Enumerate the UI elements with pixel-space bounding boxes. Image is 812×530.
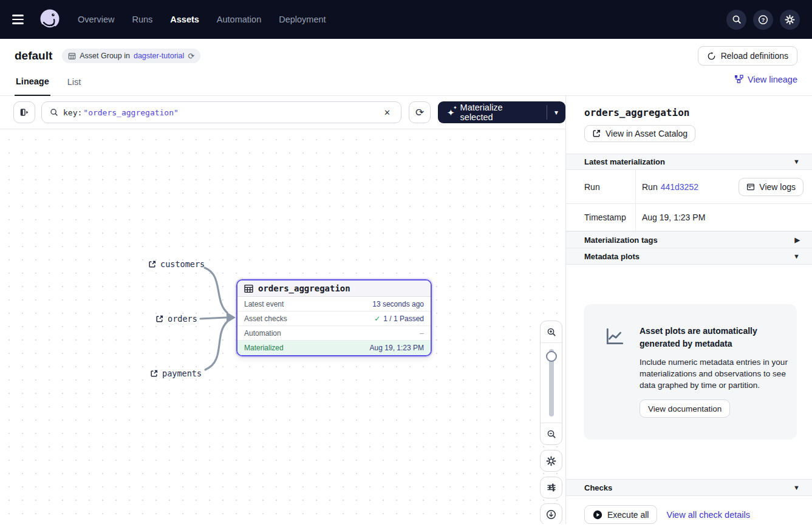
view-logs-icon (746, 183, 755, 191)
help-icon[interactable]: ? (753, 10, 773, 30)
plots-card-title: Asset plots are automatically generated … (640, 325, 780, 350)
gear-icon[interactable] (780, 10, 800, 30)
reload-definitions-icon (707, 52, 716, 61)
dagster-logo[interactable] (38, 7, 62, 32)
zoom-slider-handle[interactable] (546, 351, 557, 362)
asset-node-header: orders_aggregation (237, 280, 431, 297)
asset-plots-card: Asset plots are automatically generated … (584, 304, 797, 440)
external-link-icon (155, 315, 163, 323)
svg-text:?: ? (762, 16, 765, 22)
node-row-automation: Automation – (237, 326, 431, 341)
view-lineage-icon (734, 75, 743, 84)
caret-down-icon: ▼ (793, 158, 800, 165)
section-checks[interactable]: Checks ▼ (566, 479, 812, 496)
node-row-asset-checks: Asset checks ✓1 / 1 Passed (237, 311, 431, 326)
filters-icon (547, 483, 556, 492)
nav-item-runs[interactable]: Runs (132, 15, 152, 24)
refresh-graph-button[interactable]: ⟳ (409, 101, 431, 123)
top-nav: Overview Runs Assets Automation Deployme… (0, 0, 812, 39)
tab-lineage[interactable]: Lineage (15, 76, 50, 96)
run-row: Run Run 441d3252 View logs (566, 170, 812, 204)
panel-toggle-icon (19, 107, 29, 117)
materialize-split-button: ✦✦ Materialize selected ▼ (438, 101, 565, 123)
sparkle-icon: ✦✦ (447, 108, 455, 117)
zoom-in-button[interactable] (541, 321, 562, 343)
play-circle-icon (593, 510, 602, 520)
gear-icon (546, 456, 556, 466)
page-title: default (15, 46, 52, 66)
caret-right-icon: ▶ (795, 236, 800, 244)
plots-card-body: Include numeric metadata entries in your… (640, 356, 791, 391)
view-documentation-button[interactable]: View documentation (640, 399, 730, 418)
recenter-button[interactable] (540, 503, 562, 524)
asset-group-icon (68, 52, 76, 60)
timestamp-label: Timestamp (566, 204, 636, 231)
materialize-dropdown-button[interactable]: ▼ (547, 101, 565, 123)
page-header: default Asset Group in dagster-tutorial … (0, 39, 812, 66)
node-row-materialized: Materialized Aug 19, 1:23 PM (237, 341, 431, 355)
external-link-icon (148, 260, 156, 268)
recenter-icon (546, 509, 556, 520)
zoom-out-button[interactable] (541, 423, 562, 444)
materialization-table: Run Run 441d3252 View logs Timestamp Aug… (566, 170, 812, 231)
nav-item-assets[interactable]: Assets (170, 15, 199, 24)
badge-repo-link[interactable]: dagster-tutorial (134, 52, 184, 60)
run-id-link[interactable]: 441d3252 (661, 182, 698, 192)
lineage-graph-area: key: "orders_aggregation" ✕ ⟳ ✦✦ Materia… (0, 96, 565, 524)
asset-search-input[interactable]: key: "orders_aggregation" ✕ (41, 101, 401, 123)
asset-group-badge: Asset Group in dagster-tutorial ⟳ (62, 49, 200, 63)
view-in-asset-catalog-button[interactable]: View in Asset Catalog (584, 125, 695, 142)
asset-node-title: orders_aggregation (258, 284, 350, 293)
checks-actions: Execute all View all check details (566, 505, 812, 524)
upstream-asset-customers[interactable]: customers (148, 259, 205, 269)
chart-icon (604, 327, 625, 347)
search-icon (50, 108, 58, 117)
asset-node-orders-aggregation[interactable]: orders_aggregation Latest event 13 secon… (236, 279, 432, 356)
node-row-latest-event: Latest event 13 seconds ago (237, 297, 431, 311)
tab-list[interactable]: List (66, 77, 83, 95)
external-link-icon (592, 129, 601, 138)
table-icon (244, 284, 253, 293)
zoom-in-icon (547, 327, 556, 337)
run-label: Run (566, 170, 636, 203)
view-logs-button[interactable]: View logs (739, 178, 803, 196)
check-icon: ✓ (374, 314, 380, 323)
graph-settings-button[interactable] (540, 450, 562, 472)
external-link-icon (150, 370, 158, 378)
timestamp-value: Aug 19, 1:23 PM (636, 212, 812, 222)
materialize-selected-button[interactable]: ✦✦ Materialize selected (438, 101, 547, 123)
graph-toolbar: key: "orders_aggregation" ✕ ⟳ ✦✦ Materia… (0, 96, 565, 129)
panel-asset-title: orders_aggregation (566, 96, 812, 118)
zoom-controls (540, 321, 562, 524)
nav-items: Overview Runs Assets Automation Deployme… (78, 15, 326, 24)
section-metadata-plots[interactable]: Metadata plots ▼ (566, 248, 812, 265)
caret-down-icon: ▼ (793, 484, 800, 491)
section-latest-materialization[interactable]: Latest materialization ▼ (566, 154, 812, 171)
graph-filters-button[interactable] (540, 477, 562, 498)
nav-actions: ? (726, 10, 800, 30)
zoom-slider[interactable] (541, 343, 562, 423)
section-materialization-tags[interactable]: Materialization tags ▶ (566, 231, 812, 248)
nav-item-overview[interactable]: Overview (78, 15, 114, 24)
upstream-asset-payments[interactable]: payments (150, 369, 202, 378)
hamburger-menu-icon[interactable] (12, 11, 29, 28)
nav-item-automation[interactable]: Automation (217, 15, 261, 24)
graph-canvas[interactable]: customers orders payments orders_aggrega… (0, 129, 565, 524)
reload-definitions-button[interactable]: Reload definitions (698, 46, 797, 66)
timestamp-row: Timestamp Aug 19, 1:23 PM (566, 204, 812, 231)
open-sidebar-button[interactable] (13, 101, 35, 123)
view-all-check-details-link[interactable]: View all check details (666, 510, 750, 520)
search-query-key: key: (63, 108, 82, 117)
view-lineage-link[interactable]: View lineage (734, 75, 797, 84)
chevron-down-icon: ▼ (553, 109, 559, 116)
nav-item-deployment[interactable]: Deployment (279, 15, 326, 24)
tabs-bar: Lineage List View lineage (0, 66, 812, 96)
execute-all-button[interactable]: Execute all (584, 505, 657, 524)
search-icon[interactable] (726, 10, 746, 30)
badge-refresh-icon[interactable]: ⟳ (188, 52, 194, 60)
asset-detail-panel: orders_aggregation View in Asset Catalog… (565, 96, 812, 524)
upstream-asset-orders[interactable]: orders (155, 314, 197, 324)
zoom-out-icon (547, 429, 556, 439)
search-query-value: "orders_aggregation" (83, 108, 179, 117)
clear-search-icon[interactable]: ✕ (381, 107, 393, 118)
